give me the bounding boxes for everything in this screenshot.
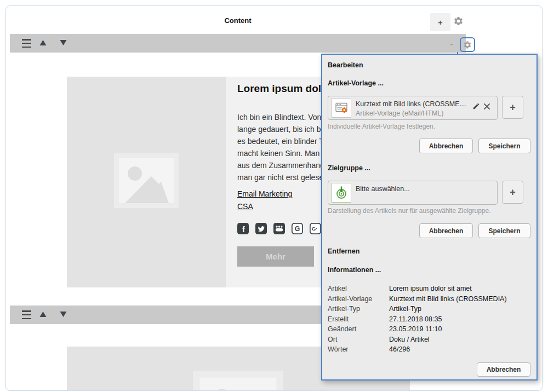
google-icon[interactable]: G <box>292 223 303 234</box>
csa-link[interactable]: CSA <box>237 202 253 211</box>
audience-select-box[interactable]: Bitte auswählen... <box>328 181 498 205</box>
template-tile <box>332 98 351 118</box>
page-title: Content <box>10 16 466 25</box>
article-template-icon <box>335 101 348 114</box>
audience-section-heading: Zielgruppe ... <box>328 164 370 172</box>
info-row-ort: OrtDoku / Artikel <box>328 335 507 345</box>
audience-save-button[interactable]: Speichern <box>478 223 530 238</box>
social-icon-row: f G G· <box>237 223 321 234</box>
audience-cancel-button[interactable]: Abbrechen <box>419 223 473 238</box>
article-toolbar: - <box>10 34 466 53</box>
audience-caption: Darstellung des Artikels nur für ausgewä… <box>328 207 491 215</box>
audience-tile <box>332 183 351 203</box>
edit-pencil-icon[interactable] <box>472 102 480 110</box>
svg-text:G: G <box>295 225 300 233</box>
template-item-title: Kurztext mit Bild links (CROSSME… <box>356 100 466 108</box>
header-gear-icon[interactable] <box>453 16 464 28</box>
facebook-icon[interactable]: f <box>237 223 249 234</box>
info-row-artikel-vorlage: Artikel-VorlageKurztext mit Bild links (… <box>328 294 507 304</box>
target-group-icon <box>335 186 348 199</box>
template-item-subtitle: Artikel-Vorlage (eMail/HTML) <box>356 109 443 117</box>
svg-text:f: f <box>242 225 245 234</box>
drag-handle-icon[interactable] <box>22 310 31 319</box>
add-content-button[interactable]: + <box>430 13 450 31</box>
move-up-icon[interactable] <box>39 38 47 47</box>
info-section-heading: Informationen ... <box>328 266 381 274</box>
collapse-button[interactable]: - <box>446 36 457 50</box>
twitter-icon[interactable] <box>255 223 267 234</box>
drag-handle-icon[interactable] <box>22 39 31 48</box>
image-placeholder-icon <box>114 153 179 208</box>
image-placeholder-icon <box>193 371 283 390</box>
move-down-icon[interactable] <box>60 38 67 47</box>
audience-placeholder: Bitte auswählen... <box>356 185 410 193</box>
popup-close-button[interactable]: Abbrechen <box>477 362 530 377</box>
email-marketing-link[interactable]: Email Marketing <box>237 189 292 198</box>
info-row-woerter: Wörter46/296 <box>328 344 507 355</box>
more-button[interactable]: Mehr <box>237 246 314 267</box>
googleplus-icon[interactable]: G· <box>310 223 321 234</box>
info-row-erstellt: Erstellt27.11.2018 08:35 <box>328 314 507 325</box>
article-settings-gear-icon[interactable] <box>460 37 475 52</box>
article-image-placeholder <box>67 77 226 287</box>
popup-title: Bearbeiten <box>328 61 363 69</box>
template-item-box[interactable]: Kurztext mit Bild links (CROSSME… Artike… <box>328 96 498 120</box>
template-caption: Individuelle Artikel-Vorlage festlegen. <box>328 123 435 130</box>
svg-text:G·: G· <box>312 226 318 232</box>
template-cancel-button[interactable]: Abbrechen <box>419 139 473 153</box>
move-down-icon[interactable] <box>60 310 67 319</box>
add-audience-button[interactable]: + <box>502 181 523 204</box>
add-template-button[interactable]: + <box>502 96 523 119</box>
remove-article-action[interactable]: Entfernen <box>328 247 359 255</box>
template-save-button[interactable]: Speichern <box>478 139 530 153</box>
info-row-artikel: ArtikelLorem ipsum dolor sit amet <box>328 284 507 294</box>
info-row-artikel-typ: Artikel-TypArtikel-Typ <box>328 304 507 314</box>
template-section-heading: Artikel-Vorlage ... <box>328 79 384 87</box>
article-settings-popup: Bearbeiten Artikel-Vorlage ... Kurztext … <box>321 54 538 381</box>
info-row-geaendert: Geändert23.05.2019 11:10 <box>328 324 507 335</box>
myspace-icon[interactable] <box>273 223 285 234</box>
remove-template-icon[interactable] <box>483 103 490 110</box>
move-up-icon[interactable] <box>39 310 47 319</box>
info-table: ArtikelLorem ipsum dolor sit amet Artike… <box>328 284 507 355</box>
